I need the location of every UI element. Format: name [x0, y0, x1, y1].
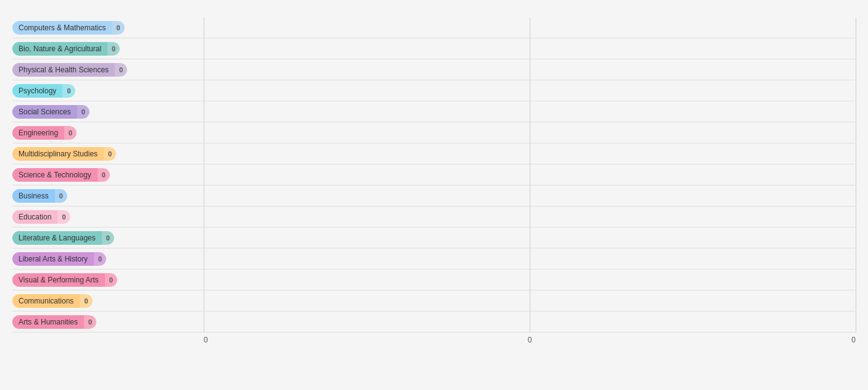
bar-label-text: Physical & Health Sciences	[12, 63, 115, 77]
bar-label-area: Science & Technology0	[12, 168, 204, 182]
grid-line	[204, 143, 204, 164]
bar-label-text: Communications	[12, 294, 80, 308]
bar-value-badge: 0	[115, 63, 127, 77]
bar-label-pill: Business0	[12, 189, 67, 203]
bar-label-pill: Visual & Performing Arts0	[12, 273, 117, 287]
bar-label-text: Education	[12, 210, 57, 224]
bar-value-badge: 0	[94, 252, 106, 266]
bar-label-text: Arts & Humanities	[12, 315, 84, 329]
grid-line	[530, 269, 530, 290]
grid-line	[856, 59, 856, 80]
bar-label-text: Bio, Nature & Agricultural	[12, 42, 107, 56]
bar-row: Education0	[12, 206, 856, 227]
bar-label-text: Social Sciences	[12, 105, 77, 119]
bar-label-area: Physical & Health Sciences0	[12, 63, 204, 77]
x-axis-label: 0	[851, 336, 856, 344]
bar-label-pill: Computers & Mathematics0	[12, 21, 125, 35]
bar-label-area: Computers & Mathematics0	[12, 21, 204, 35]
bar-graph-area	[204, 59, 856, 80]
bar-label-area: Communications0	[12, 294, 204, 308]
bar-row: Psychology0	[12, 80, 856, 101]
grid-line	[204, 312, 204, 332]
bar-value-badge: 0	[64, 126, 77, 140]
bar-value-badge: 0	[102, 231, 114, 245]
grid-line	[204, 59, 204, 80]
grid-line	[204, 206, 204, 227]
bar-label-pill: Multidisciplinary Studies0	[12, 147, 116, 161]
grid-line	[204, 122, 204, 143]
bar-label-text: Psychology	[12, 84, 62, 98]
bar-graph-area	[204, 122, 856, 143]
grid-line	[530, 290, 530, 311]
bar-label-area: Arts & Humanities0	[12, 315, 204, 329]
grid-line	[530, 248, 530, 269]
bar-value-badge: 0	[80, 294, 92, 308]
bar-row: Bio, Nature & Agricultural0	[12, 38, 856, 59]
bar-value-badge: 0	[107, 42, 120, 56]
bar-graph-area	[204, 80, 856, 101]
bar-row: Social Sciences0	[12, 101, 856, 122]
bar-value-badge: 0	[84, 315, 96, 329]
grid-line	[530, 143, 530, 164]
grid-line	[530, 185, 530, 206]
bar-label-pill: Liberal Arts & History0	[12, 252, 106, 266]
bar-graph-area	[204, 290, 856, 311]
bar-row: Business0	[12, 185, 856, 206]
bar-row: Science & Technology0	[12, 164, 856, 185]
grid-line	[204, 80, 204, 101]
bar-row: Liberal Arts & History0	[12, 248, 856, 269]
bar-row: Multidisciplinary Studies0	[12, 143, 856, 164]
bar-label-text: Computers & Mathematics	[12, 21, 112, 35]
grid-line	[204, 101, 204, 122]
bar-value-badge: 0	[105, 273, 117, 287]
bar-value-badge: 0	[77, 105, 90, 119]
bar-graph-area	[204, 269, 856, 290]
x-axis: 000	[204, 333, 856, 344]
bar-label-pill: Education0	[12, 210, 70, 224]
grid-line	[530, 59, 530, 80]
bar-label-text: Visual & Performing Arts	[12, 273, 105, 287]
bar-label-text: Liberal Arts & History	[12, 252, 94, 266]
bar-row: Computers & Mathematics0	[12, 17, 856, 38]
bar-label-text: Literature & Languages	[12, 231, 102, 245]
grid-line	[530, 101, 530, 122]
grid-line	[204, 269, 204, 290]
bar-label-area: Literature & Languages0	[12, 231, 204, 245]
grid-line	[856, 143, 856, 164]
x-axis-label: 0	[528, 336, 532, 344]
bar-label-pill: Physical & Health Sciences0	[12, 63, 127, 77]
bar-label-pill: Arts & Humanities0	[12, 315, 96, 329]
grid-line	[530, 227, 530, 248]
bar-label-text: Multidisciplinary Studies	[12, 147, 104, 161]
grid-line	[856, 269, 856, 290]
bar-value-badge: 0	[98, 168, 110, 182]
grid-line	[856, 38, 856, 59]
grid-line	[530, 164, 530, 185]
bar-row: Visual & Performing Arts0	[12, 269, 856, 290]
bar-graph-area	[204, 17, 856, 38]
bar-graph-area	[204, 38, 856, 59]
grid-line	[856, 122, 856, 143]
bar-label-area: Multidisciplinary Studies0	[12, 147, 204, 161]
bar-label-area: Psychology0	[12, 84, 204, 98]
bar-label-pill: Literature & Languages0	[12, 231, 114, 245]
bar-label-text: Business	[12, 189, 55, 203]
grid-line	[856, 312, 856, 332]
grid-line	[856, 17, 856, 38]
grid-line	[204, 164, 204, 185]
bar-label-area: Education0	[12, 210, 204, 224]
bar-label-pill: Engineering0	[12, 126, 77, 140]
grid-line	[856, 290, 856, 311]
grid-line	[856, 227, 856, 248]
grid-line	[530, 38, 530, 59]
bar-value-badge: 0	[57, 210, 70, 224]
bar-label-pill: Bio, Nature & Agricultural0	[12, 42, 120, 56]
bar-label-pill: Social Sciences0	[12, 105, 90, 119]
bar-value-badge: 0	[104, 147, 116, 161]
bar-row: Literature & Languages0	[12, 227, 856, 248]
grid-line	[530, 17, 530, 38]
grid-line	[530, 206, 530, 227]
bar-graph-area	[204, 164, 856, 185]
bar-graph-area	[204, 312, 856, 332]
bar-graph-area	[204, 101, 856, 122]
